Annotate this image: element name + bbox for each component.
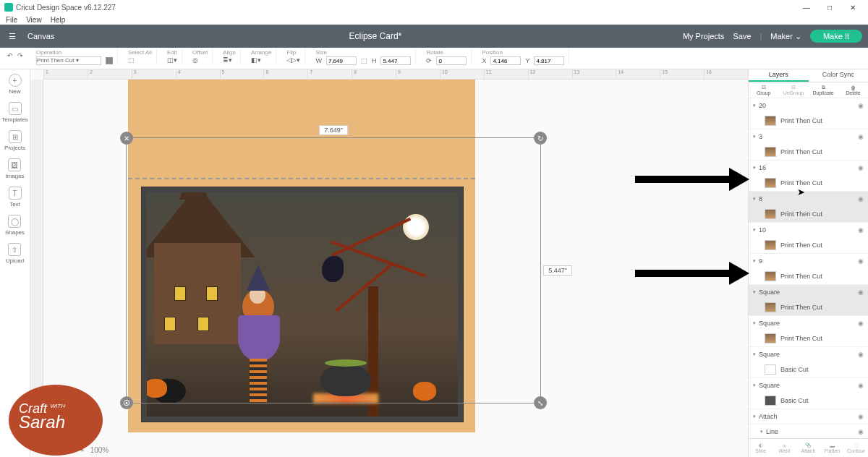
layer-row[interactable]: Print Then Cut [749,175,868,191]
flip-dropdown[interactable]: ◁▷▾ [286,56,300,64]
layer-group-header[interactable]: ▾20◉ [749,98,868,113]
projects-button[interactable]: ⊞ [9,130,22,143]
rotate-label: Rotate [426,49,443,56]
layer-group-header[interactable]: ▾10◉ [749,223,868,237]
layer-group-header[interactable]: ▾Line◉ [749,424,868,438]
edit-dropdown[interactable]: ◫▾ [167,56,177,64]
app-title: Cricut Design Space v6.12.227 [16,4,116,12]
width-input[interactable] [326,56,357,65]
ungroup-button[interactable]: ⊟UnGroup [778,82,808,98]
y-input[interactable] [534,56,564,65]
lock-handle[interactable]: ⦿ [120,396,133,409]
layer-group-header[interactable]: ▾Square◉ [749,378,868,393]
upload-button[interactable]: ⇧ [8,243,21,256]
flatten-button[interactable]: ▬Flatten [820,439,844,457]
window-minimize[interactable]: — [796,1,817,13]
menu-file[interactable]: File [6,16,17,24]
swatch[interactable] [106,57,113,64]
delete-button[interactable]: 🗑Delete [838,82,868,98]
window-close[interactable]: ✕ [842,1,864,13]
attach-button[interactable]: 📎Attach [796,439,820,457]
weld-button[interactable]: ∞Weld [773,439,796,457]
window-maximize[interactable]: □ [819,1,841,13]
menu-help[interactable]: Help [51,16,66,24]
text-label: Text [9,201,20,208]
images-button[interactable]: 🖼 [8,158,21,171]
operation-select[interactable]: Print Then Cut ▾ [36,56,101,65]
layer-row[interactable]: Basic Cut [749,393,868,409]
layer-row[interactable]: Print Then Cut [749,144,868,160]
projects-label: Projects [4,145,25,151]
watermark-badge: Craft WITHSarah [9,385,103,456]
canvas-label: Canvas [25,32,68,40]
templates-button[interactable]: ▭ [9,102,22,115]
canvas[interactable]: 12345678910111213141516 [30,69,748,457]
layer-group-header[interactable]: ▾Attach◉ [749,409,868,424]
layer-group-header[interactable]: ▾Square◉ [749,347,868,362]
make-it-button[interactable]: Make It [810,30,862,43]
upload-label: Upload [6,257,24,264]
shapes-button[interactable]: ◯ [8,215,21,228]
align-label: Align [223,49,236,56]
lock-aspect-icon[interactable]: ⬚ [361,57,367,64]
new-label: New [9,88,20,95]
resize-handle[interactable]: ⤡ [534,396,547,409]
selection-width: 7.649" [319,125,348,135]
tab-color-sync[interactable]: Color Sync [809,69,869,82]
redo-icon[interactable]: ↷ [17,52,23,59]
select-all-icon[interactable]: ⬚ [128,56,135,64]
menu-view[interactable]: View [26,16,42,24]
cursor-icon: ➤ [797,187,805,197]
rotate-icon: ⟳ [426,57,432,64]
layer-row[interactable]: Print Then Cut [749,299,868,315]
selection-box[interactable]: 7.649" 5.447" ✕ ↻ ⦿ ⤡ [126,137,541,403]
new-button[interactable]: + [9,74,22,87]
layer-row[interactable]: Print Then Cut [749,237,868,253]
layer-group-header[interactable]: ▾8◉ [749,192,868,206]
h-label: H [372,57,377,64]
slice-button[interactable]: ◐Slice [749,439,773,457]
offset-icon[interactable]: ◎ [192,56,198,64]
images-label: Images [5,173,24,179]
save-link[interactable]: Save [733,32,751,40]
annotation-arrow [635,266,749,281]
layer-row[interactable]: Print Then Cut [749,268,868,284]
edit-label: Edit [167,49,177,56]
rotate-input[interactable] [436,56,467,65]
divider: | [760,32,762,40]
my-projects-link[interactable]: My Projects [683,32,724,40]
layer-row[interactable]: Print Then Cut [749,330,868,346]
arrange-dropdown[interactable]: ◧▾ [251,56,261,64]
text-button[interactable]: T [9,187,22,200]
layer-row[interactable]: Print Then Cut [749,206,868,222]
layer-group-header[interactable]: ▾3◉ [749,129,868,144]
layer-group-header[interactable]: ▾9◉ [749,254,868,268]
operation-label: Operation [36,49,61,56]
offset-label: Offset [192,49,208,56]
templates-label: Templates [1,116,27,123]
shapes-label: Shapes [5,229,25,236]
layer-group-header[interactable]: ▾Square◉ [749,316,868,330]
rotate-handle[interactable]: ↻ [534,132,547,145]
undo-icon[interactable]: ↶ [7,52,13,59]
layer-group-header[interactable]: ▾Square◉ [749,285,868,299]
contour-button[interactable]: ◌Contour [844,439,868,457]
horizontal-ruler: 12345678910111213141516 [43,69,748,80]
layers-list[interactable]: ▾20◉Print Then Cut▾3◉Print Then Cut▾16◉P… [749,98,868,438]
align-dropdown[interactable]: ≣▾ [223,56,232,64]
hamburger-menu[interactable]: ☰ [0,32,25,41]
layer-row[interactable]: Basic Cut [749,362,868,377]
delete-handle[interactable]: ✕ [120,132,133,145]
height-input[interactable] [380,56,411,65]
group-button[interactable]: ⊡Group [749,82,778,98]
position-label: Position [482,49,502,56]
duplicate-button[interactable]: ⧉Duplicate [809,82,838,98]
w-label: W [315,57,322,64]
app-logo [4,3,13,12]
machine-select[interactable]: Maker ⌄ [770,32,801,41]
layer-group-header[interactable]: ▾16◉ [749,161,868,175]
x-input[interactable] [490,56,521,65]
tab-layers[interactable]: Layers [749,69,809,82]
selection-height: 5.447" [543,265,572,276]
layer-row[interactable]: Print Then Cut [749,113,868,129]
